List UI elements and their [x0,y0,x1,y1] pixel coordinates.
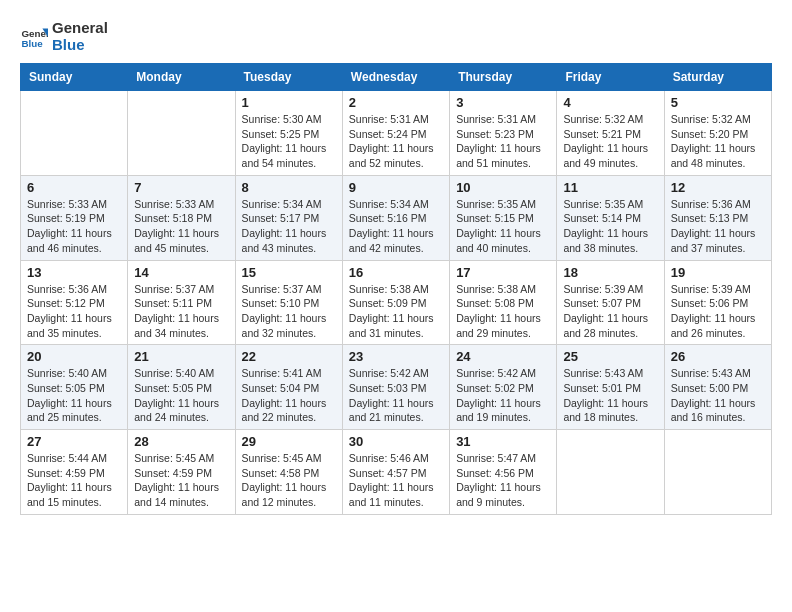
day-info: Sunrise: 5:36 AMSunset: 5:12 PMDaylight:… [27,282,121,341]
logo-icon: General Blue [20,23,48,51]
calendar-cell: 15Sunrise: 5:37 AMSunset: 5:10 PMDayligh… [235,260,342,345]
day-info: Sunrise: 5:30 AMSunset: 5:25 PMDaylight:… [242,112,336,171]
calendar-cell: 7Sunrise: 5:33 AMSunset: 5:18 PMDaylight… [128,175,235,260]
day-number: 5 [671,95,765,110]
day-number: 1 [242,95,336,110]
calendar-cell: 25Sunrise: 5:43 AMSunset: 5:01 PMDayligh… [557,345,664,430]
day-info: Sunrise: 5:45 AMSunset: 4:59 PMDaylight:… [134,451,228,510]
day-number: 9 [349,180,443,195]
day-info: Sunrise: 5:42 AMSunset: 5:03 PMDaylight:… [349,366,443,425]
day-number: 7 [134,180,228,195]
calendar-header-row: SundayMondayTuesdayWednesdayThursdayFrid… [21,64,772,91]
logo-blue: Blue [52,37,108,54]
calendar-cell: 19Sunrise: 5:39 AMSunset: 5:06 PMDayligh… [664,260,771,345]
logo-general: General [52,20,108,37]
calendar-cell: 22Sunrise: 5:41 AMSunset: 5:04 PMDayligh… [235,345,342,430]
day-info: Sunrise: 5:40 AMSunset: 5:05 PMDaylight:… [27,366,121,425]
page-header: General Blue General Blue [20,20,772,53]
day-number: 29 [242,434,336,449]
day-number: 20 [27,349,121,364]
day-info: Sunrise: 5:32 AMSunset: 5:21 PMDaylight:… [563,112,657,171]
calendar-cell: 13Sunrise: 5:36 AMSunset: 5:12 PMDayligh… [21,260,128,345]
weekday-header-friday: Friday [557,64,664,91]
day-info: Sunrise: 5:44 AMSunset: 4:59 PMDaylight:… [27,451,121,510]
calendar-cell: 28Sunrise: 5:45 AMSunset: 4:59 PMDayligh… [128,430,235,515]
day-number: 14 [134,265,228,280]
calendar-cell [128,91,235,176]
day-info: Sunrise: 5:37 AMSunset: 5:10 PMDaylight:… [242,282,336,341]
calendar-cell: 16Sunrise: 5:38 AMSunset: 5:09 PMDayligh… [342,260,449,345]
day-number: 8 [242,180,336,195]
calendar-cell: 2Sunrise: 5:31 AMSunset: 5:24 PMDaylight… [342,91,449,176]
calendar-cell: 1Sunrise: 5:30 AMSunset: 5:25 PMDaylight… [235,91,342,176]
day-info: Sunrise: 5:42 AMSunset: 5:02 PMDaylight:… [456,366,550,425]
day-number: 10 [456,180,550,195]
calendar-cell: 29Sunrise: 5:45 AMSunset: 4:58 PMDayligh… [235,430,342,515]
calendar-cell: 30Sunrise: 5:46 AMSunset: 4:57 PMDayligh… [342,430,449,515]
day-info: Sunrise: 5:38 AMSunset: 5:08 PMDaylight:… [456,282,550,341]
day-number: 31 [456,434,550,449]
day-number: 11 [563,180,657,195]
day-info: Sunrise: 5:35 AMSunset: 5:14 PMDaylight:… [563,197,657,256]
day-info: Sunrise: 5:43 AMSunset: 5:00 PMDaylight:… [671,366,765,425]
day-number: 19 [671,265,765,280]
day-number: 12 [671,180,765,195]
calendar-cell: 4Sunrise: 5:32 AMSunset: 5:21 PMDaylight… [557,91,664,176]
weekday-header-sunday: Sunday [21,64,128,91]
calendar-cell: 8Sunrise: 5:34 AMSunset: 5:17 PMDaylight… [235,175,342,260]
day-info: Sunrise: 5:32 AMSunset: 5:20 PMDaylight:… [671,112,765,171]
calendar-cell: 20Sunrise: 5:40 AMSunset: 5:05 PMDayligh… [21,345,128,430]
day-number: 16 [349,265,443,280]
calendar-cell: 26Sunrise: 5:43 AMSunset: 5:00 PMDayligh… [664,345,771,430]
calendar-cell: 9Sunrise: 5:34 AMSunset: 5:16 PMDaylight… [342,175,449,260]
day-number: 26 [671,349,765,364]
calendar-week-row: 6Sunrise: 5:33 AMSunset: 5:19 PMDaylight… [21,175,772,260]
calendar-cell [21,91,128,176]
weekday-header-tuesday: Tuesday [235,64,342,91]
calendar-cell [557,430,664,515]
calendar-cell: 6Sunrise: 5:33 AMSunset: 5:19 PMDaylight… [21,175,128,260]
day-number: 24 [456,349,550,364]
calendar-cell: 18Sunrise: 5:39 AMSunset: 5:07 PMDayligh… [557,260,664,345]
day-info: Sunrise: 5:37 AMSunset: 5:11 PMDaylight:… [134,282,228,341]
calendar-cell: 5Sunrise: 5:32 AMSunset: 5:20 PMDaylight… [664,91,771,176]
day-number: 21 [134,349,228,364]
day-number: 2 [349,95,443,110]
day-info: Sunrise: 5:31 AMSunset: 5:24 PMDaylight:… [349,112,443,171]
calendar-week-row: 13Sunrise: 5:36 AMSunset: 5:12 PMDayligh… [21,260,772,345]
calendar-cell: 23Sunrise: 5:42 AMSunset: 5:03 PMDayligh… [342,345,449,430]
day-info: Sunrise: 5:45 AMSunset: 4:58 PMDaylight:… [242,451,336,510]
day-info: Sunrise: 5:35 AMSunset: 5:15 PMDaylight:… [456,197,550,256]
day-number: 28 [134,434,228,449]
calendar-week-row: 1Sunrise: 5:30 AMSunset: 5:25 PMDaylight… [21,91,772,176]
weekday-header-monday: Monday [128,64,235,91]
day-info: Sunrise: 5:41 AMSunset: 5:04 PMDaylight:… [242,366,336,425]
day-number: 13 [27,265,121,280]
calendar-cell: 12Sunrise: 5:36 AMSunset: 5:13 PMDayligh… [664,175,771,260]
day-info: Sunrise: 5:34 AMSunset: 5:16 PMDaylight:… [349,197,443,256]
day-number: 15 [242,265,336,280]
calendar-cell: 27Sunrise: 5:44 AMSunset: 4:59 PMDayligh… [21,430,128,515]
day-number: 18 [563,265,657,280]
day-info: Sunrise: 5:46 AMSunset: 4:57 PMDaylight:… [349,451,443,510]
day-info: Sunrise: 5:38 AMSunset: 5:09 PMDaylight:… [349,282,443,341]
day-number: 22 [242,349,336,364]
calendar-cell: 11Sunrise: 5:35 AMSunset: 5:14 PMDayligh… [557,175,664,260]
calendar-cell: 24Sunrise: 5:42 AMSunset: 5:02 PMDayligh… [450,345,557,430]
weekday-header-wednesday: Wednesday [342,64,449,91]
logo: General Blue General Blue [20,20,108,53]
calendar-cell: 3Sunrise: 5:31 AMSunset: 5:23 PMDaylight… [450,91,557,176]
day-number: 3 [456,95,550,110]
day-info: Sunrise: 5:43 AMSunset: 5:01 PMDaylight:… [563,366,657,425]
day-info: Sunrise: 5:40 AMSunset: 5:05 PMDaylight:… [134,366,228,425]
day-number: 23 [349,349,443,364]
day-info: Sunrise: 5:47 AMSunset: 4:56 PMDaylight:… [456,451,550,510]
day-number: 4 [563,95,657,110]
calendar-cell: 21Sunrise: 5:40 AMSunset: 5:05 PMDayligh… [128,345,235,430]
day-info: Sunrise: 5:39 AMSunset: 5:07 PMDaylight:… [563,282,657,341]
day-info: Sunrise: 5:36 AMSunset: 5:13 PMDaylight:… [671,197,765,256]
calendar-cell: 17Sunrise: 5:38 AMSunset: 5:08 PMDayligh… [450,260,557,345]
svg-text:Blue: Blue [21,37,43,48]
calendar-cell [664,430,771,515]
calendar-cell: 14Sunrise: 5:37 AMSunset: 5:11 PMDayligh… [128,260,235,345]
